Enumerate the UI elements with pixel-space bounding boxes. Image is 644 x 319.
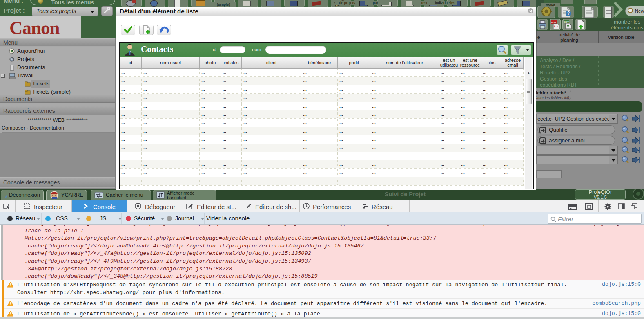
- svg-text:PDF: PDF: [551, 21, 556, 24]
- svg-text:CSV: CSV: [564, 21, 569, 23]
